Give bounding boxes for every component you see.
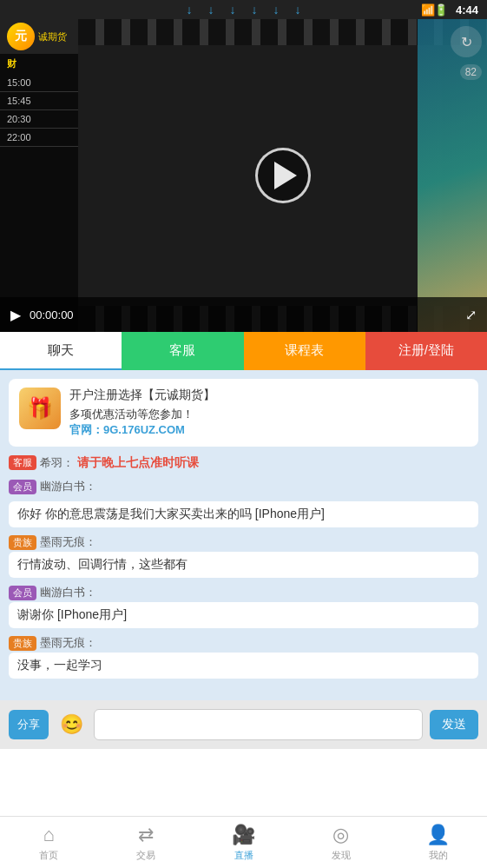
nav-profile-label: 我的 xyxy=(429,849,448,862)
chat-message-6: 贵族 墨雨无痕： 没事，一起学习 xyxy=(9,635,478,679)
chat-message-4: 贵族 墨雨无痕： 行情波动、回调行情，这些都有 xyxy=(9,534,478,578)
tab-schedule[interactable]: 课程表 xyxy=(244,332,365,370)
announcement-url: 官网：9G.176UZ.COM xyxy=(69,422,468,438)
bottom-nav: ⌂ 首页 ⇄ 交易 🎥 直播 ◎ 发现 👤 我的 xyxy=(0,816,487,868)
tab-chat[interactable]: 聊天 xyxy=(0,332,122,370)
emoji-button[interactable]: 😊 xyxy=(56,709,87,740)
chat-area: 🎁 开户注册选择【元诚期货】 多项优惠活动等您参加！ 官网：9G.176UZ.C… xyxy=(0,370,487,700)
status-signal: 📶 xyxy=(421,3,435,17)
status-time: 4:44 xyxy=(456,3,478,17)
announcement-avatar: 🎁 xyxy=(19,388,61,429)
time-display: 00:00:00 xyxy=(30,308,457,321)
username-5: 幽游白书： xyxy=(40,585,96,600)
send-button[interactable]: 发送 xyxy=(430,710,478,739)
nav-home-label: 首页 xyxy=(39,849,58,862)
live-icon: 🎥 xyxy=(232,824,255,846)
badge-customer-1: 客服 xyxy=(9,455,36,470)
badge-noble-6: 贵族 xyxy=(9,636,36,651)
dl-arrow-2: ↓ xyxy=(208,3,214,17)
announcement-card: 🎁 开户注册选择【元诚期货】 多项优惠活动等您参加！ 官网：9G.176UZ.C… xyxy=(9,379,478,447)
profile-icon: 👤 xyxy=(426,824,450,846)
nav-home[interactable]: ⌂ 首页 xyxy=(0,817,97,868)
video-player: 元 诚期货 财 15:00 15:45 20:30 22:00 ↻ 82 ▶ 0… xyxy=(0,19,487,332)
fullscreen-button[interactable]: ⤢ xyxy=(465,307,477,323)
nav-live-label: 直播 xyxy=(234,849,253,862)
msg-text-1: 请于晚上七点准时听课 xyxy=(77,454,199,472)
tab-service[interactable]: 客服 xyxy=(122,332,243,370)
tab-register[interactable]: 注册/登陆 xyxy=(365,332,487,370)
nav-profile[interactable]: 👤 我的 xyxy=(390,817,487,868)
video-controls: ▶ 00:00:00 ⤢ xyxy=(0,297,487,332)
logo-area: 元 诚期货 xyxy=(0,19,78,54)
trade-icon: ⇄ xyxy=(138,824,154,846)
username-1: 希羽： xyxy=(40,455,74,471)
status-battery: 🔋 xyxy=(434,3,448,17)
dl-arrow-1: ↓ xyxy=(187,3,193,17)
logo-icon: 元 xyxy=(7,23,35,50)
announcement-title: 开户注册选择【元诚期货】 xyxy=(69,388,468,403)
message-input[interactable] xyxy=(94,709,423,740)
dl-arrow-3: ↓ xyxy=(230,3,236,17)
nav-trade[interactable]: ⇄ 交易 xyxy=(97,817,194,868)
schedule-panel: 元 诚期货 财 15:00 15:45 20:30 22:00 xyxy=(0,19,78,332)
msg-bubble-4: 行情波动、回调行情，这些都有 xyxy=(9,552,478,578)
schedule-item-3: 20:30 xyxy=(0,110,78,129)
schedule-header: 财 xyxy=(0,54,78,74)
announcement-content: 开户注册选择【元诚期货】 多项优惠活动等您参加！ 官网：9G.176UZ.COM xyxy=(69,388,468,438)
right-overlay: ↻ 82 xyxy=(418,19,487,332)
schedule-item-4: 22:00 xyxy=(0,129,78,147)
dl-arrow-6: ↓ xyxy=(295,3,301,17)
chat-message-5: 会员 幽游白书： 谢谢你 [IPhone用户] xyxy=(9,585,478,628)
discover-icon: ◎ xyxy=(332,824,349,846)
nav-discover-label: 发现 xyxy=(332,849,351,862)
nav-live[interactable]: 🎥 直播 xyxy=(194,817,292,868)
username-6: 墨雨无痕： xyxy=(40,635,96,651)
schedule-item-1: 15:00 xyxy=(0,74,78,92)
play-triangle-icon xyxy=(274,162,297,189)
badge-noble-4: 贵族 xyxy=(9,535,36,550)
home-icon: ⌂ xyxy=(43,824,54,846)
nav-trade-label: 交易 xyxy=(136,849,155,862)
msg-bubble-3: 你好 你的意思震荡是我们大家买卖出来的吗 [IPhone用户] xyxy=(9,501,478,527)
brand-name: 诚期货 xyxy=(38,30,67,43)
tab-bar: 聊天 客服 课程表 注册/登陆 xyxy=(0,332,487,370)
download-bar: ↓ ↓ ↓ ↓ ↓ ↓ 4:44 📶 🔋 xyxy=(0,0,487,19)
input-area: 分享 😊 发送 xyxy=(0,700,487,749)
msg-bubble-5: 谢谢你 [IPhone用户] xyxy=(9,602,478,628)
refresh-button[interactable]: ↻ xyxy=(451,26,482,57)
username-2: 幽游白书： xyxy=(40,479,96,494)
play-pause-button[interactable]: ▶ xyxy=(10,307,21,323)
chat-message-1: 客服 希羽： 请于晚上七点准时听课 xyxy=(9,454,478,472)
chat-message-3: 你好 你的意思震荡是我们大家买卖出来的吗 [IPhone用户] xyxy=(9,501,478,527)
badge-vip-2: 会员 xyxy=(9,480,36,494)
announcement-subtitle: 多项优惠活动等您参加！ xyxy=(69,407,468,422)
msg-bubble-6: 没事，一起学习 xyxy=(9,653,478,679)
schedule-item-2: 15:45 xyxy=(0,92,78,110)
nav-discover[interactable]: ◎ 发现 xyxy=(293,817,390,868)
share-button[interactable]: 分享 xyxy=(9,710,49,739)
chat-message-2: 会员 幽游白书： xyxy=(9,479,478,494)
badge-vip-5: 会员 xyxy=(9,586,36,600)
username-4: 墨雨无痕： xyxy=(40,534,96,550)
dl-arrow-4: ↓ xyxy=(252,3,258,17)
score-badge: 82 xyxy=(460,64,482,80)
bottom-spacer xyxy=(0,749,487,801)
dl-arrow-5: ↓ xyxy=(273,3,280,17)
play-button[interactable] xyxy=(255,148,311,203)
